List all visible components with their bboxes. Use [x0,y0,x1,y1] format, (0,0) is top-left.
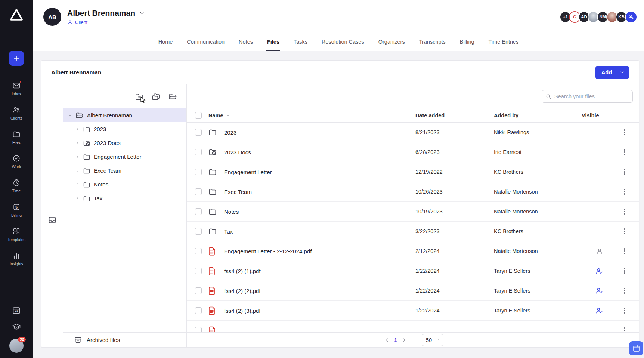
row-menu-button[interactable] [620,207,629,216]
column-header-added-by[interactable]: Added by [494,112,582,118]
sidebar-item-label: Templates [7,237,25,242]
row-checkbox[interactable] [195,208,202,215]
add-team-member-button[interactable] [625,11,637,23]
sort-chevron-icon[interactable] [226,113,230,118]
caret-right-icon[interactable] [75,182,80,186]
row-menu-button[interactable] [620,127,629,137]
row-menu-button[interactable] [620,167,629,177]
row-menu-button[interactable] [620,226,629,236]
sidebar-item-templates[interactable]: Templates [2,224,31,244]
archived-files-button[interactable]: Archived files [63,332,186,347]
tree-item-root[interactable]: Albert Brennaman [63,108,186,122]
next-page-button[interactable] [399,335,409,345]
tree-item[interactable]: Notes [63,178,186,191]
caret-right-icon[interactable] [75,196,80,200]
tree-item[interactable]: 2023 [63,122,186,136]
learning-button[interactable] [12,322,21,331]
file-name[interactable]: 2023 [224,129,415,136]
client-header: AB Albert Brennaman Client +1 G AD NM KB [33,0,644,51]
caret-down-icon[interactable] [68,113,72,118]
file-name[interactable]: fss4 (2) (1).pdf [224,268,415,274]
page-size-select[interactable]: 50 [422,334,443,346]
sidebar-item-inbox[interactable]: Inbox [2,78,31,99]
calendar-button[interactable]: 31 [12,306,21,315]
row-checkbox[interactable] [195,129,202,136]
tab-billing[interactable]: Billing [459,34,475,51]
tab-transcripts[interactable]: Transcripts [418,34,446,51]
tab-resolution-cases[interactable]: Resolution Cases [321,34,365,51]
file-name[interactable]: Tax [224,228,415,235]
column-header-date-added[interactable]: Date added [415,112,494,118]
row-checkbox[interactable] [195,228,202,235]
row-checkbox[interactable] [195,188,202,195]
file-name[interactable]: Exec Team [224,189,415,195]
row-checkbox[interactable] [195,287,202,294]
sidebar-item-clients[interactable]: Clients [2,103,31,123]
column-header-name[interactable]: Name [208,112,223,118]
global-add-button[interactable] [9,51,24,66]
row-checkbox[interactable] [195,248,202,254]
sidebar-item-work[interactable]: Work [2,151,31,172]
current-page[interactable]: 1 [394,337,397,343]
row-menu-button[interactable] [620,306,629,315]
calendar-day-label: 31 [12,309,21,312]
row-checkbox[interactable] [195,169,202,175]
caret-right-icon[interactable] [75,141,80,145]
row-menu-button[interactable] [620,147,629,157]
visibility-person-check-icon[interactable] [595,287,603,295]
sidebar-item-insights[interactable]: Insights [2,249,31,269]
row-menu-button[interactable] [620,246,629,256]
visibility-person-check-icon[interactable] [595,307,603,315]
client-type-icon [67,19,73,25]
row-checkbox[interactable] [195,307,202,314]
user-avatar[interactable]: 32 [9,339,24,353]
row-checkbox[interactable] [195,268,202,274]
tree-item[interactable]: Tax [63,191,186,205]
client-switcher-chevron-icon[interactable] [139,10,145,16]
sidebar-item-time[interactable]: Time [2,176,31,196]
file-name[interactable]: Engagement Letter - 2-12-2024.pdf [224,248,415,254]
tab-tasks[interactable]: Tasks [293,34,308,51]
tab-time-entries[interactable]: Time Entries [488,34,520,51]
row-checkbox[interactable] [195,149,202,155]
row-menu-button[interactable] [620,187,629,197]
tab-files[interactable]: Files [266,34,280,51]
tree-item[interactable]: Engagement Letter [63,150,186,164]
file-name[interactable]: Notes [224,209,415,215]
row-checkbox[interactable] [195,327,202,332]
client-tabs: Home Communication Notes Files Tasks Res… [33,34,644,51]
caret-right-icon[interactable] [75,155,80,159]
tab-home[interactable]: Home [158,34,174,51]
select-all-checkbox[interactable] [195,112,202,119]
file-name[interactable]: Engagement Letter [224,169,415,175]
row-menu-button[interactable] [620,325,629,332]
add-file-button[interactable]: Add [595,66,629,79]
sidebar-item-label: Insights [10,262,23,266]
tree-item[interactable]: Exec Team [63,164,186,178]
folder-tree: Albert Brennaman 2023 2023 Docs [63,108,186,332]
tab-communication[interactable]: Communication [186,34,225,51]
inbox-tray-button[interactable] [48,93,56,347]
client-type-label[interactable]: Client [75,19,87,25]
billing-icon [12,203,21,211]
search-input[interactable] [542,90,633,103]
scheduler-fab-button[interactable] [629,341,643,355]
row-menu-button[interactable] [620,266,629,276]
file-name[interactable]: fss4 (2) (3).pdf [224,308,415,314]
row-menu-button[interactable] [620,286,629,296]
file-name[interactable]: 2023 Docs [224,149,415,155]
new-subfolder-button[interactable] [151,92,160,101]
tree-item[interactable]: 2023 Docs [63,136,186,150]
caret-right-icon[interactable] [75,169,80,173]
tab-organizers[interactable]: Organizers [378,34,406,51]
open-folder-button[interactable] [168,92,177,101]
previous-page-button[interactable] [382,335,392,345]
sidebar-item-files[interactable]: Files [2,127,31,147]
column-header-visible[interactable]: Visible [582,112,617,118]
tab-notes[interactable]: Notes [238,34,254,51]
sidebar-item-billing[interactable]: Billing [2,200,31,220]
visibility-person-icon[interactable] [596,247,603,255]
visibility-person-check-icon[interactable] [595,267,603,275]
file-name[interactable]: fss4 (2) (2).pdf [224,288,415,294]
caret-right-icon[interactable] [75,127,80,131]
